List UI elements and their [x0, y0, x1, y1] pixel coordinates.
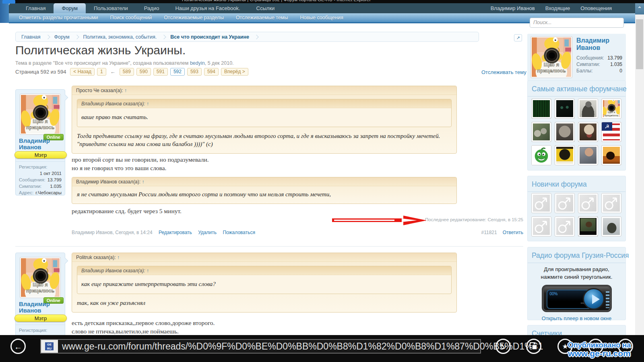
crumb-ukraine[interactable]: Все что происходит на Украине: [170, 34, 249, 40]
avatar-placeholder-male[interactable]: [531, 193, 551, 213]
quick-nav-button[interactable]: ↗: [514, 34, 522, 41]
avatar-placeholder-male[interactable]: [555, 216, 575, 237]
scrollbar-up-button[interactable]: ⌃: [635, 3, 644, 14]
avatar-bear-user[interactable]: [578, 216, 598, 237]
back-arrow-icon: ←: [12, 340, 25, 354]
sidebar-profile-name[interactable]: ВладимирИванов: [576, 37, 609, 51]
page-593[interactable]: 593: [187, 68, 202, 76]
last-edit-note: Последнее редактирование: Сегодня, в 15:…: [72, 217, 523, 222]
tab-users[interactable]: Пользователи: [86, 3, 136, 13]
sidebar-search-input[interactable]: Поиск...: [530, 18, 624, 28]
avatar-cat-user[interactable]: [555, 99, 575, 119]
post-number[interactable]: #11821: [481, 230, 497, 235]
post2-quote-outer: Politruk сказал(а): ↑ Владимир Иванов ск…: [72, 253, 457, 313]
avatar-placeholder-male[interactable]: [531, 216, 551, 237]
subnav-mark-read[interactable]: Отметить разделы прочитанными: [19, 13, 98, 22]
post1-username[interactable]: ВладимирИванов: [19, 138, 50, 150]
tab-home[interactable]: Главная: [18, 3, 54, 13]
url-text[interactable]: www.ge-ru.com/forum/threads/%D0%9F%D0%BE…: [62, 340, 543, 352]
tab-facebook[interactable]: Наши друзья на Facebook.: [167, 3, 248, 13]
thread-title: Политическая жизнь Украины.: [15, 43, 186, 57]
thread-author-link[interactable]: bedyin: [190, 60, 205, 66]
quote-header[interactable]: Politruk сказал(а): ↑: [72, 253, 456, 262]
scrollbar-thumb[interactable]: [636, 19, 643, 69]
quote-jump-arrow-icon: ↑: [147, 268, 149, 274]
post2-username[interactable]: ВладимирИванов: [19, 301, 50, 314]
refresh-button[interactable]: ↻: [495, 339, 511, 354]
page-prev[interactable]: < Назад: [70, 68, 95, 76]
post2-avatar[interactable]: [20, 257, 61, 298]
sidebar-profile-panel: ВладимирИванов Сообщения:13.799 Симпатии…: [527, 34, 626, 81]
quote-header[interactable]: Владимир Иванов сказал(а): ↑: [77, 266, 451, 275]
post1-quote-outer: Просто Че сказал(а): ↑ Владимир Иванов с…: [72, 86, 457, 154]
sidebar-radio: Радио форума Грузия-Россия Для проигрыва…: [527, 247, 626, 320]
tab-forum[interactable]: Форум: [54, 3, 86, 13]
report-link[interactable]: Пожаловаться: [223, 230, 255, 235]
window-title: Политическая жизнь Украины | Страница 59…: [182, 0, 371, 2]
quote-jump-arrow-icon: ↑: [142, 179, 144, 185]
page-589[interactable]: 589: [120, 68, 134, 76]
scrollbar[interactable]: ⌃: [635, 3, 644, 335]
subnav-watched-forums[interactable]: Отслеживаемые разделы: [164, 13, 224, 22]
avatar-atv-user[interactable]: [601, 216, 621, 237]
watch-thread-link[interactable]: Отслеживать тему: [481, 69, 526, 75]
nav-alerts[interactable]: Оповещения: [580, 3, 612, 13]
avatar-sunset-user[interactable]: [601, 145, 621, 165]
inner-quote-text: как еще прикажите интерпретировать эти с…: [77, 275, 451, 294]
post-meta[interactable]: Владимир Иванов, Сегодня, в 14:24: [72, 230, 153, 235]
quote-header[interactable]: Просто Че сказал(а): ↑: [72, 86, 456, 95]
page-592-current[interactable]: 592: [170, 68, 185, 76]
crumb-politics[interactable]: Политика, экономика, события.: [83, 34, 157, 40]
avatar-placeholder-male[interactable]: [555, 193, 575, 213]
avatar-flag-user[interactable]: [601, 122, 621, 142]
avatar-dog-user[interactable]: [578, 122, 598, 142]
radio-instruction-line2: нажмите синий треугольник.: [528, 273, 625, 281]
quote-header[interactable]: Владимир Иванов сказал(а): ↑: [72, 177, 456, 186]
page-first[interactable]: 1: [97, 68, 106, 76]
tab-radio[interactable]: Радио: [136, 3, 167, 13]
subnav-new-posts[interactable]: Новые сообщения: [300, 13, 343, 22]
delete-link[interactable]: Удалить: [198, 230, 217, 235]
tabs-button[interactable]: [526, 339, 541, 354]
edit-link[interactable]: Редактировать: [159, 230, 192, 235]
post1-user-stats: Регистрация: 1 окт 2011 Сообщения:13.799…: [16, 161, 65, 198]
post1-user-card: Online ВладимирИванов Мэтр Регистрация: …: [15, 89, 65, 195]
favicon-container: GERU: [41, 340, 58, 353]
page-591[interactable]: 591: [153, 68, 168, 76]
subnav-search-posts[interactable]: Поиск сообщений: [110, 13, 152, 22]
page-590[interactable]: 590: [136, 68, 151, 76]
post1-quote-inner: Владимир Иванов сказал(а): ↑ ваше право …: [77, 99, 452, 127]
radio-title: Радио форума Грузия-Россия: [528, 247, 625, 263]
avatar-smiley-user[interactable]: [531, 145, 551, 165]
post1-avatar[interactable]: [20, 94, 61, 135]
quote-text: так, как он уже разъяснял: [77, 299, 452, 307]
avatar-raccoon-user[interactable]: [531, 122, 551, 142]
page-label: Страница 592 из 594: [15, 69, 66, 75]
sidebar-profile-avatar[interactable]: [530, 36, 572, 78]
radio-play-button[interactable]: [583, 288, 605, 310]
avatar-placeholder-male[interactable]: [601, 193, 621, 213]
nav-inbox[interactable]: Входящие: [545, 3, 570, 13]
subnav-watched-threads[interactable]: Отслеживаемые темы: [236, 13, 288, 22]
crumb-forum[interactable]: Форум: [54, 34, 70, 40]
page-next[interactable]: Вперёд >: [221, 68, 248, 76]
avatar-matrix-user[interactable]: [531, 99, 551, 119]
crumb-home[interactable]: Главная: [21, 34, 41, 40]
avatar-drinking-user[interactable]: [578, 145, 598, 165]
avatar-eskimo-user[interactable]: [555, 122, 575, 142]
back-button[interactable]: ←: [10, 339, 26, 354]
tab-links[interactable]: Ссылки: [248, 3, 283, 13]
nav-username[interactable]: Владимир Иванов: [491, 3, 535, 13]
user-rank-badge: Мэтр: [14, 151, 67, 158]
radio-popup-link[interactable]: Открыть плеер в новом окне: [528, 315, 625, 321]
post2-quote-inner: Владимир Иванов сказал(а): ↑ как еще при…: [77, 266, 452, 294]
window-title-bar: Политическая жизнь Украины | Страница 59…: [9, 0, 644, 3]
quote-header[interactable]: Владимир Иванов сказал(а): ↑: [77, 99, 451, 108]
avatar-soldier-user[interactable]: [578, 99, 598, 119]
address-bar[interactable]: GERU www.ge-ru.com/forum/threads/%D0%9F%…: [40, 339, 481, 354]
reply-link[interactable]: Ответить: [503, 230, 523, 235]
page-594[interactable]: 594: [204, 68, 219, 76]
avatar-eagle-user[interactable]: [555, 145, 575, 165]
avatar-homer-user[interactable]: [601, 99, 621, 119]
avatar-placeholder-male[interactable]: [578, 193, 598, 213]
